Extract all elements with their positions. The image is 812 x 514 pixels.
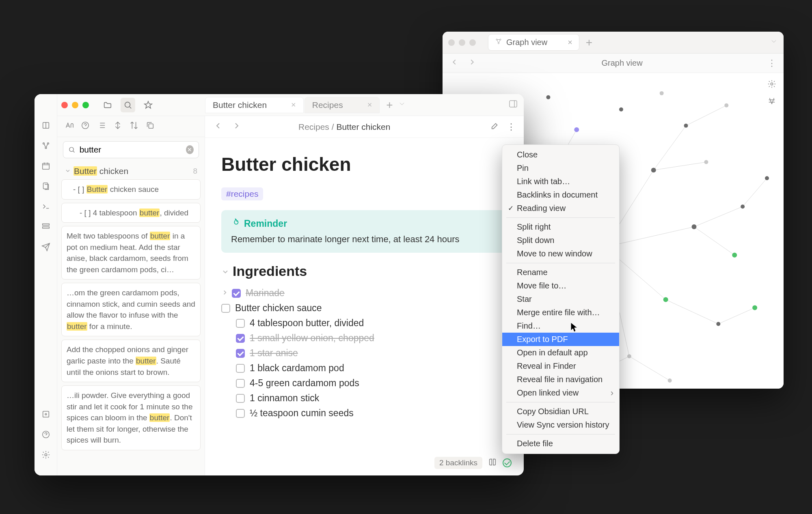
graph-traffic-dot[interactable] bbox=[448, 39, 455, 46]
graph-view-icon[interactable] bbox=[41, 140, 51, 151]
search-result-item[interactable]: Add the chopped onions and ginger garlic… bbox=[61, 340, 201, 382]
menu-move-to-new-window[interactable]: Move to new window bbox=[502, 247, 619, 260]
more-icon[interactable]: ⋮ bbox=[507, 122, 516, 132]
checkbox[interactable] bbox=[236, 394, 245, 403]
menu-split-right[interactable]: Split right bbox=[502, 220, 619, 234]
chevron-down-icon[interactable] bbox=[221, 263, 229, 279]
settings-icon[interactable] bbox=[766, 78, 778, 90]
edit-icon[interactable] bbox=[490, 121, 499, 132]
back-icon[interactable] bbox=[213, 121, 223, 133]
publish-icon[interactable] bbox=[41, 242, 51, 252]
files-icon[interactable] bbox=[41, 181, 51, 191]
list-item[interactable]: Marinade bbox=[221, 286, 508, 301]
graph-tab-label: Graph view bbox=[506, 38, 547, 47]
search-icon[interactable] bbox=[121, 98, 135, 112]
search-result-item[interactable]: …ili powder. Give everything a good stir… bbox=[61, 385, 201, 450]
close-icon[interactable]: × bbox=[568, 38, 572, 47]
filter-icon[interactable] bbox=[766, 95, 778, 107]
list-item[interactable]: 1 cinnamon stick bbox=[221, 391, 508, 406]
checkbox[interactable] bbox=[236, 334, 245, 343]
collapse-icon[interactable] bbox=[113, 121, 122, 132]
menu-open-default-app[interactable]: Open in default app bbox=[502, 346, 619, 359]
menu-reveal-in-finder[interactable]: Reveal in Finder bbox=[502, 359, 619, 373]
chevron-right-icon[interactable] bbox=[221, 288, 229, 299]
menu-copy-obsidian-url[interactable]: Copy Obsidian URL bbox=[502, 405, 619, 418]
clear-search-icon[interactable]: ✕ bbox=[186, 145, 194, 154]
text-case-icon[interactable] bbox=[65, 121, 73, 132]
search-result-item[interactable]: - [ ] Butter chicken sauce bbox=[61, 179, 201, 200]
search-result-item[interactable]: - [ ] 4 tablespoon butter, divided bbox=[61, 203, 201, 223]
quick-switcher-icon[interactable] bbox=[41, 120, 51, 131]
tab-dropdown-icon[interactable] bbox=[770, 37, 778, 47]
breadcrumb[interactable]: Recipes / Butter chicken bbox=[298, 122, 390, 132]
reading-view-icon[interactable] bbox=[488, 458, 497, 469]
list-item[interactable]: ½ teaspoon cumin seeds bbox=[221, 406, 508, 421]
menu-delete-file[interactable]: Delete file bbox=[502, 437, 619, 450]
list-item[interactable]: 4-5 green cardamom pods bbox=[221, 376, 508, 391]
settings-icon[interactable] bbox=[41, 449, 51, 460]
help-icon[interactable] bbox=[41, 429, 51, 440]
close-window-button[interactable] bbox=[61, 102, 68, 108]
menu-reveal-in-navigation[interactable]: Reveal file in navigation bbox=[502, 373, 619, 386]
menu-pin[interactable]: Pin bbox=[502, 161, 619, 175]
command-palette-icon[interactable] bbox=[41, 201, 51, 212]
graph-traffic-dot[interactable] bbox=[469, 39, 476, 46]
item-text: 1 star anise bbox=[250, 348, 298, 359]
menu-star[interactable]: Star bbox=[502, 292, 619, 306]
vault-icon[interactable] bbox=[41, 409, 51, 419]
checkbox[interactable] bbox=[236, 319, 245, 328]
list-item[interactable]: Butter chicken sauce bbox=[221, 301, 508, 316]
menu-backlinks-in-document[interactable]: Backlinks in document bbox=[502, 188, 619, 202]
menu-link-with-tab[interactable]: Link with tab… bbox=[502, 175, 619, 188]
item-text: 4-5 green cardamom pods bbox=[250, 378, 359, 389]
forward-icon[interactable] bbox=[468, 58, 477, 69]
graph-traffic-dot[interactable] bbox=[459, 39, 465, 46]
tag-recipes[interactable]: #recipes bbox=[221, 187, 263, 200]
svg-point-43 bbox=[716, 322, 720, 326]
search-results[interactable]: - [ ] Butter chicken sauce - [ ] 4 table… bbox=[57, 179, 205, 475]
list-item[interactable]: 4 tablespoon butter, divided bbox=[221, 316, 508, 331]
menu-move-file-to[interactable]: Move file to… bbox=[502, 279, 619, 292]
menu-close[interactable]: Close bbox=[502, 148, 619, 161]
document[interactable]: Butter chicken #recipes Reminder Remembe… bbox=[205, 138, 524, 475]
more-icon[interactable]: ⋮ bbox=[767, 58, 776, 69]
search-result-header[interactable]: Butter chicken 8 bbox=[57, 162, 205, 179]
calendar-icon[interactable] bbox=[41, 161, 51, 171]
templates-icon[interactable] bbox=[41, 222, 51, 232]
new-tab-button[interactable]: + bbox=[586, 36, 592, 49]
menu-reading-view[interactable]: Reading view bbox=[502, 202, 619, 215]
folder-icon[interactable] bbox=[100, 98, 115, 112]
sync-status-icon[interactable] bbox=[503, 458, 512, 467]
back-icon[interactable] bbox=[450, 58, 459, 69]
menu-view-sync-history[interactable]: View Sync version history bbox=[502, 418, 619, 432]
graph-tab[interactable]: Graph view × bbox=[488, 34, 579, 51]
list-item[interactable]: 1 star anise bbox=[221, 346, 508, 361]
star-icon[interactable] bbox=[141, 98, 155, 112]
checkbox[interactable] bbox=[236, 349, 245, 358]
heading-ingredients[interactable]: Ingredients bbox=[221, 263, 508, 279]
menu-export-to-pdf[interactable]: Export to PDF bbox=[502, 333, 619, 346]
checkbox[interactable] bbox=[236, 379, 245, 388]
checkbox[interactable] bbox=[236, 409, 245, 418]
list-icon[interactable] bbox=[97, 121, 106, 132]
copy-icon[interactable] bbox=[146, 121, 155, 132]
checkbox[interactable] bbox=[232, 289, 241, 298]
checkbox[interactable] bbox=[221, 304, 230, 313]
menu-find[interactable]: Find… bbox=[502, 319, 619, 333]
list-item[interactable]: 1 small yellow onion, chopped bbox=[221, 331, 508, 346]
menu-rename[interactable]: Rename bbox=[502, 266, 619, 279]
sort-icon[interactable] bbox=[130, 121, 138, 132]
search-result-item[interactable]: …om the green cardamom pods, cinnamon st… bbox=[61, 283, 201, 336]
regex-icon[interactable] bbox=[81, 121, 90, 132]
checkbox[interactable] bbox=[236, 364, 245, 373]
search-input[interactable] bbox=[80, 145, 186, 155]
forward-icon[interactable] bbox=[232, 121, 242, 133]
maximize-window-button[interactable] bbox=[82, 102, 89, 108]
menu-open-linked-view[interactable]: Open linked view bbox=[502, 386, 619, 400]
menu-split-down[interactable]: Split down bbox=[502, 234, 619, 247]
menu-merge-entire-file[interactable]: Merge entire file with… bbox=[502, 306, 619, 319]
minimize-window-button[interactable] bbox=[72, 102, 78, 108]
search-result-item[interactable]: Melt two tablespoons of butter in a pot … bbox=[61, 226, 201, 280]
backlinks-button[interactable]: 2 backlinks bbox=[434, 457, 482, 469]
list-item[interactable]: 1 black cardamom pod bbox=[221, 361, 508, 376]
